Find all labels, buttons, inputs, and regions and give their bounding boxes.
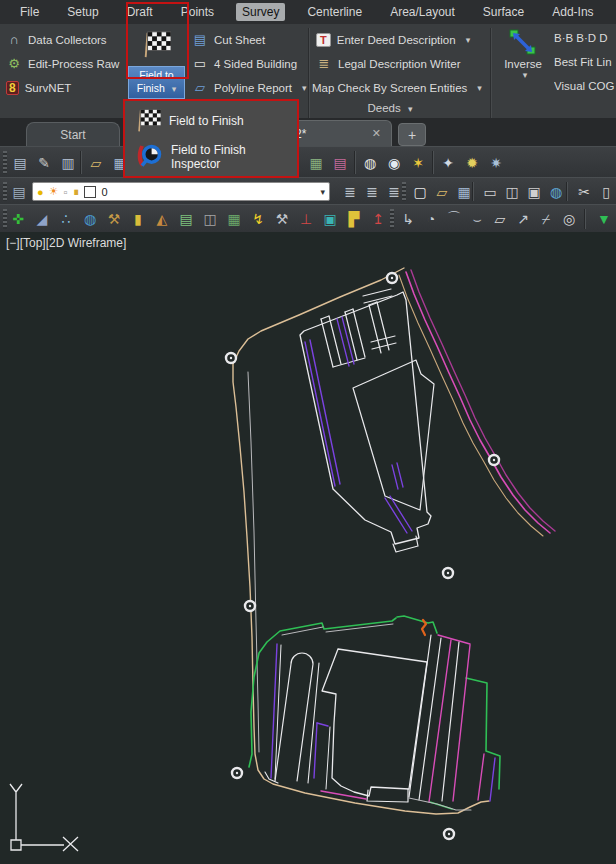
ribbon-item-enter-deed-description[interactable]: TEnter Deed Description▾: [316, 31, 470, 49]
inverse-button[interactable]: Inverse ▾: [498, 28, 548, 94]
survey-linework[interactable]: [438, 635, 470, 644]
survey-linework[interactable]: [363, 289, 391, 296]
survey-linework[interactable]: [326, 727, 330, 789]
lightning-icon[interactable]: ↯: [248, 209, 268, 229]
survey-linework[interactable]: [249, 618, 396, 767]
truck-icon[interactable]: ▮: [128, 209, 148, 229]
surveyor-icon[interactable]: ✜: [8, 209, 28, 229]
point-node-marker[interactable]: [443, 568, 453, 578]
survey-linework[interactable]: [345, 309, 353, 312]
menu-item-area-layout[interactable]: Area/Layout: [384, 3, 461, 21]
survey-linework[interactable]: [314, 723, 317, 778]
menu-item-centerline[interactable]: Centerline: [301, 3, 368, 21]
survey-linework[interactable]: [233, 268, 489, 814]
regen-icon[interactable]: ◍: [360, 153, 380, 173]
layer-state1-icon[interactable]: ≣: [340, 182, 360, 202]
survey-linework[interactable]: [275, 653, 313, 781]
survey-linework[interactable]: [317, 723, 328, 726]
menu-item-points[interactable]: Points: [175, 3, 220, 21]
point-node-marker[interactable]: [387, 273, 397, 283]
menu-item-surface[interactable]: Surface: [477, 3, 530, 21]
survey-linework[interactable]: [442, 642, 459, 801]
survey-linework[interactable]: [419, 638, 441, 800]
survey-linework[interactable]: [397, 463, 403, 487]
line-cross-icon[interactable]: ⌿: [536, 209, 556, 229]
driller-icon[interactable]: ⊥: [296, 209, 316, 229]
survey-linework[interactable]: [397, 616, 437, 633]
ribbon-item-survnet[interactable]: 8SurvNET: [6, 79, 71, 97]
survey-linework[interactable]: [390, 496, 412, 531]
visual-cogo-button[interactable]: Visual COG: [554, 80, 615, 96]
sketch-icon[interactable]: ✎: [34, 153, 54, 173]
survey-linework[interactable]: [466, 678, 500, 789]
glow-dots-icon[interactable]: ✷: [486, 153, 506, 173]
survey-linework[interactable]: [322, 649, 427, 796]
survey-linework[interactable]: [310, 340, 340, 484]
survey-linework[interactable]: [353, 360, 434, 510]
survey-linework[interactable]: [371, 336, 395, 342]
toolbar-grip[interactable]: [3, 182, 7, 201]
clipboard-icon[interactable]: ▤: [176, 209, 196, 229]
mine-cart-icon[interactable]: ▣: [320, 209, 340, 229]
layer-vp-freeze-icon[interactable]: ▫: [64, 186, 68, 198]
pickaxe-icon[interactable]: ⚒: [104, 209, 124, 229]
layer-color-swatch[interactable]: [84, 186, 96, 198]
field-to-finish-label[interactable]: Field to Finish ▾: [128, 66, 185, 99]
polyline-arrow-icon[interactable]: ↳: [398, 209, 418, 229]
deeds-panel-label[interactable]: Deeds ▾: [310, 102, 470, 114]
open-drawing-icon[interactable]: ▱: [86, 153, 106, 173]
layer-unlock-icon[interactable]: ∎: [72, 185, 79, 198]
view-eye-icon[interactable]: ◉: [384, 153, 404, 173]
toolbar-grip[interactable]: [390, 209, 394, 229]
save-file-icon[interactable]: ▦: [454, 182, 474, 202]
ribbon-item-polyline-report[interactable]: ▱Polyline Report▾: [192, 79, 307, 97]
point-node-marker[interactable]: [232, 768, 242, 778]
light-scene-icon[interactable]: ✹: [462, 153, 482, 173]
ribbon-item-map-check-by-screen-entities[interactable]: Map Check By Screen Entities▾: [312, 79, 482, 97]
point-node-marker[interactable]: [444, 829, 454, 839]
layer-on-bulb-icon[interactable]: ●: [37, 186, 44, 198]
survey-linework[interactable]: [282, 627, 323, 635]
point-node-marker[interactable]: [226, 353, 236, 363]
survey-linework[interactable]: [305, 342, 335, 486]
ribbon-item-4-sided-building[interactable]: ▭4 Sided Building: [192, 55, 297, 73]
toolbar-grip[interactable]: [3, 151, 7, 174]
menu-item-draft[interactable]: Draft: [121, 3, 159, 21]
pin-sparkle-icon[interactable]: ✦: [438, 153, 458, 173]
new-file-icon[interactable]: ▢: [410, 182, 430, 202]
menu-item-add-ins[interactable]: Add-Ins: [546, 3, 599, 21]
point-export-icon[interactable]: ▥: [58, 153, 78, 173]
sheet-icon[interactable]: ▱: [490, 209, 510, 229]
menu-item-setup[interactable]: Setup: [61, 3, 104, 21]
survey-linework[interactable]: [367, 789, 408, 802]
layer-state2-icon[interactable]: ≣: [362, 182, 382, 202]
bearing-icon[interactable]: ↗: [513, 209, 533, 229]
survey-linework[interactable]: [372, 343, 396, 349]
menu-item-field-to-finish-inspector[interactable]: Field to Finish Inspector: [127, 140, 295, 174]
image-icon[interactable]: ▦: [306, 153, 326, 173]
ribbon-item-data-collectors[interactable]: ∩Data Collectors: [6, 31, 107, 49]
print-preview-icon[interactable]: ◫: [502, 182, 522, 202]
menu-item-field-to-finish[interactable]: Field to Finish: [127, 104, 295, 138]
ribbon-item-edit-process-raw[interactable]: ⚙Edit-Process Raw: [6, 55, 119, 73]
toolbar-grip[interactable]: [3, 209, 7, 229]
point-node-marker[interactable]: [245, 601, 255, 611]
landscape-icon[interactable]: ▦: [224, 209, 244, 229]
chevron-down-icon[interactable]: ▾: [320, 187, 325, 197]
drill-rig-icon[interactable]: ↥: [368, 209, 388, 229]
point-import-icon[interactable]: ▤: [10, 153, 30, 173]
survey-linework[interactable]: [337, 319, 349, 366]
publish-icon[interactable]: ▣: [524, 182, 544, 202]
open-file-icon[interactable]: ▱: [432, 182, 452, 202]
road-icon[interactable]: ◢: [32, 209, 52, 229]
survey-linework[interactable]: [453, 645, 470, 801]
ribbon-item-legal-description-writer[interactable]: ≣Legal Description Writer: [316, 55, 461, 73]
survey-linework[interactable]: [321, 316, 329, 319]
menu-item-file[interactable]: File: [14, 3, 45, 21]
web-globe-icon[interactable]: ◍: [546, 182, 566, 202]
arc-icon[interactable]: ⌒: [444, 209, 464, 229]
copy-doc-icon[interactable]: ▯: [596, 182, 616, 202]
angle-icon[interactable]: ◔: [421, 209, 441, 229]
layer-control-combobox[interactable]: ● ☀ ▫ ∎ 0 ▾: [32, 182, 330, 201]
target-icon[interactable]: ◎: [559, 209, 579, 229]
